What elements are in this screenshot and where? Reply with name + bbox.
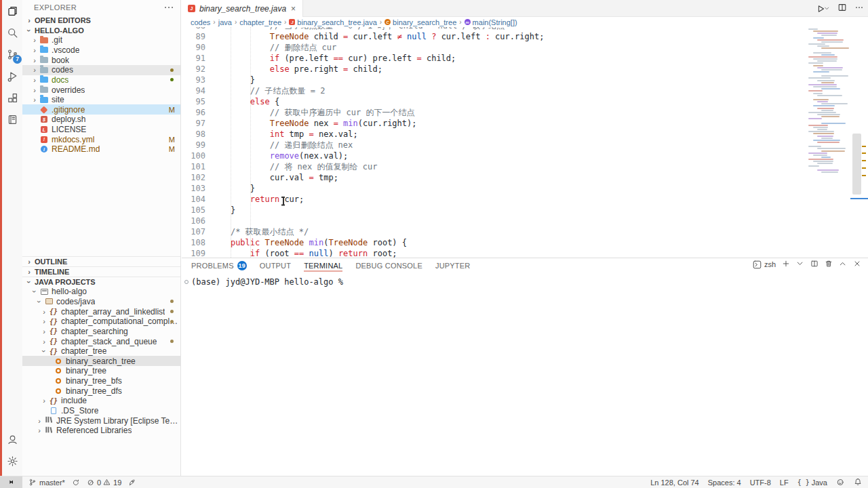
code-editor[interactable]: 88 // 当子结点数量 = 0 / 1 时， child = null / 该… bbox=[182, 27, 868, 258]
shell-selector[interactable]: zsh bbox=[753, 260, 776, 269]
tree-item-mkdocs.yml[interactable]: !mkdocs.ymlM bbox=[22, 134, 180, 144]
code-line-103[interactable]: 103 } bbox=[182, 183, 807, 194]
problems-indicator[interactable]: 019 bbox=[87, 479, 121, 487]
tree-item-overrides[interactable]: ›overrides bbox=[22, 85, 180, 95]
tree-item-codes-java[interactable]: ›codes/java bbox=[22, 297, 180, 307]
code-line-106[interactable]: 106 bbox=[182, 216, 807, 226]
new-terminal-button[interactable] bbox=[782, 260, 790, 269]
tab-binary-search-tree[interactable]: J binary_search_tree.java × bbox=[182, 0, 303, 17]
code-line-93[interactable]: 93 } bbox=[182, 75, 807, 85]
breadcrumb-item[interactable]: mmain(String[]) bbox=[465, 18, 517, 26]
tree-item-chapter_tree[interactable]: ›{}chapter_tree bbox=[22, 346, 180, 357]
scrollbar[interactable] bbox=[850, 27, 868, 258]
chevron-icon[interactable]: › bbox=[40, 327, 48, 336]
line-col-indicator[interactable]: Ln 128, Col 74 bbox=[650, 479, 699, 487]
code-line-92[interactable]: 92 else pre.right = child; bbox=[182, 64, 807, 75]
tree-item-docs[interactable]: ›docs bbox=[22, 75, 180, 85]
outline-section[interactable]: › OUTLINE bbox=[22, 256, 180, 266]
code-line-90[interactable]: 90 // 删除结点 cur bbox=[182, 42, 807, 53]
code-line-100[interactable]: 100 remove(nex.val); bbox=[182, 150, 807, 161]
panel-tab-problems[interactable]: PROBLEMS19 bbox=[191, 258, 247, 272]
split-terminal-button[interactable] bbox=[810, 260, 818, 269]
activity-bar-item-notebook[interactable] bbox=[2, 108, 22, 130]
tree-item-chapter_array_and_linkedlist[interactable]: ›{}chapter_array_and_linkedlist bbox=[22, 306, 180, 317]
notifications-bell-button[interactable] bbox=[854, 478, 863, 487]
maximize-panel-button[interactable] bbox=[839, 260, 847, 269]
chevron-icon[interactable]: › bbox=[40, 317, 48, 325]
open-editors-section[interactable]: › OPEN EDITORS bbox=[22, 15, 180, 25]
breadcrumb-item[interactable]: chapter_tree bbox=[239, 18, 281, 26]
tree-item-binary_tree[interactable]: binary_tree bbox=[22, 366, 180, 376]
chevron-icon[interactable]: › bbox=[31, 66, 39, 74]
feedback-button[interactable] bbox=[836, 478, 845, 487]
chevron-icon[interactable]: › bbox=[31, 56, 39, 64]
code-line-91[interactable]: 91 if (pre.left == cur) pre.left = child… bbox=[182, 53, 807, 64]
terminal-dropdown-button[interactable] bbox=[796, 260, 804, 269]
activity-bar-item-settings[interactable] bbox=[2, 450, 22, 472]
tree-item-chapter_stack_and_queue[interactable]: ›{}chapter_stack_and_queue bbox=[22, 336, 180, 346]
tree-item-jre-system-library--eclipse-temurin-17--17...[interactable]: ›JRE System Library [Eclipse Temurin 17 … bbox=[22, 415, 180, 426]
language-indicator[interactable]: { }Java bbox=[797, 479, 827, 487]
tree-item-include[interactable]: ›{}include bbox=[22, 396, 180, 406]
breadcrumb-item[interactable]: Jbinary_search_tree.java bbox=[289, 18, 376, 26]
breadcrumb-item[interactable]: Cbinary_search_tree bbox=[384, 18, 456, 26]
code-line-104[interactable]: 104 return cur; bbox=[182, 194, 807, 205]
code-line-89[interactable]: 89 TreeNode child = cur.left ≠ null ? cu… bbox=[182, 31, 807, 42]
sync-button[interactable] bbox=[72, 479, 80, 487]
code-line-97[interactable]: 97 TreeNode nex = min(cur.right); bbox=[182, 118, 807, 129]
breadcrumb-item[interactable]: java bbox=[218, 18, 232, 26]
chevron-icon[interactable]: › bbox=[31, 96, 39, 104]
chevron-icon[interactable]: › bbox=[31, 86, 39, 94]
activity-bar-item-run-and-debug[interactable] bbox=[2, 65, 22, 87]
close-panel-button[interactable] bbox=[853, 260, 861, 269]
panel-tab-jupyter[interactable]: JUPYTER bbox=[435, 258, 471, 272]
tree-item-.vscode[interactable]: ›.vscode bbox=[22, 45, 180, 56]
chevron-icon[interactable]: › bbox=[31, 46, 39, 54]
kill-terminal-button[interactable] bbox=[825, 260, 833, 269]
tree-item-license[interactable]: LLICENSE bbox=[22, 125, 180, 135]
tree-item-binary_tree_bfs[interactable]: binary_tree_bfs bbox=[22, 376, 180, 386]
tree-item-readme.md[interactable]: iREADME.mdM bbox=[22, 144, 180, 155]
more-actions-button[interactable] bbox=[854, 3, 864, 15]
chevron-icon[interactable]: › bbox=[31, 36, 39, 44]
split-editor-button[interactable] bbox=[837, 3, 847, 15]
code-line-98[interactable]: 98 int tmp = nex.val; bbox=[182, 129, 807, 140]
workspace-root-section[interactable]: › HELLO-ALGO bbox=[22, 25, 180, 35]
chevron-icon[interactable]: › bbox=[35, 426, 43, 434]
breadcrumb-item[interactable]: codes bbox=[191, 18, 210, 26]
java-projects-section[interactable]: › JAVA PROJECTS bbox=[22, 277, 180, 287]
rocket-button[interactable] bbox=[128, 479, 136, 487]
chevron-icon[interactable]: › bbox=[35, 298, 43, 306]
tree-item-.git[interactable]: ›.git bbox=[22, 35, 180, 45]
code-line-94[interactable]: 94 // 子结点数量 = 2 bbox=[182, 85, 807, 96]
tree-item-site[interactable]: ›site bbox=[22, 95, 180, 105]
chevron-icon[interactable]: › bbox=[40, 338, 48, 346]
chevron-icon[interactable]: › bbox=[40, 396, 48, 405]
activity-bar-item-account[interactable] bbox=[2, 428, 22, 450]
minimap[interactable] bbox=[808, 27, 850, 258]
activity-bar-item-extensions[interactable] bbox=[2, 87, 22, 108]
tree-item-codes[interactable]: ›codes bbox=[22, 65, 180, 75]
eol-indicator[interactable]: LF bbox=[780, 479, 789, 487]
terminal-output[interactable]: (base) jyd@JYD-MBP hello-algo % bbox=[191, 277, 861, 287]
tree-item-deploy.sh[interactable]: $deploy.sh bbox=[22, 115, 180, 125]
tree-item-book[interactable]: ›book bbox=[22, 55, 180, 65]
code-line-101[interactable]: 101 // 将 nex 的值复制给 cur bbox=[182, 161, 807, 172]
code-line-102[interactable]: 102 cur.val = tmp; bbox=[182, 172, 807, 183]
tree-item-.gitignore[interactable]: .gitignoreM bbox=[22, 104, 180, 115]
encoding-indicator[interactable]: UTF-8 bbox=[750, 479, 771, 487]
panel-tab-debug-console[interactable]: DEBUG CONSOLE bbox=[355, 258, 422, 272]
activity-bar-item-source-control[interactable]: 7 bbox=[2, 43, 22, 65]
panel-tab-output[interactable]: OUTPUT bbox=[260, 258, 291, 272]
chevron-icon[interactable]: › bbox=[40, 347, 48, 355]
tree-item-.ds_store[interactable]: .DS_Store bbox=[22, 406, 180, 416]
tree-item-chapter_computational_complexity[interactable]: ›{}chapter_computational_complexity bbox=[22, 317, 180, 327]
chevron-icon[interactable]: › bbox=[35, 417, 43, 425]
code-line-96[interactable]: 96 // 获取中序遍历中 cur 的下一个结点 bbox=[182, 107, 807, 118]
code-line-108[interactable]: 108 public TreeNode min(TreeNode root) { bbox=[182, 237, 807, 248]
activity-bar-item-search[interactable] bbox=[2, 22, 22, 43]
chevron-icon[interactable]: › bbox=[31, 287, 39, 296]
tree-item-referenced-libraries[interactable]: ›Referenced Libraries bbox=[22, 426, 180, 436]
code-line-95[interactable]: 95 else { bbox=[182, 96, 807, 107]
code-line-99[interactable]: 99 // 递归删除结点 nex bbox=[182, 140, 807, 150]
